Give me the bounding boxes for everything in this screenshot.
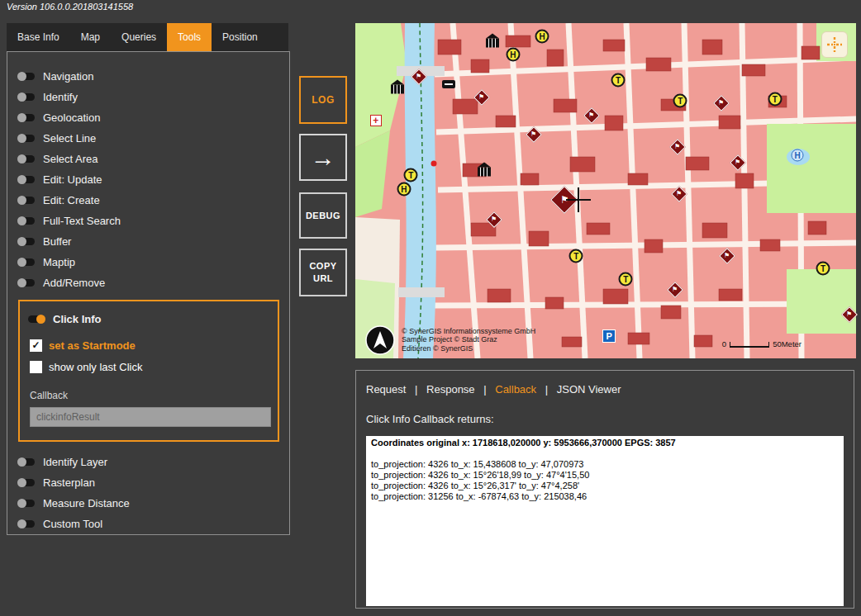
tool-label: Add/Remove	[43, 277, 105, 289]
tool-label: Edit: Update	[43, 173, 102, 186]
tab-map[interactable]: Map	[70, 23, 111, 51]
map-attribution: © SynerGIS Informationssysteme GmbH Samp…	[402, 327, 535, 353]
museum-flag-marker	[486, 211, 502, 228]
lastclick-checkbox-row[interactable]: show only last Click	[26, 358, 269, 376]
tab-base-info[interactable]: Base Info	[7, 23, 70, 51]
museum-building-icon	[486, 38, 499, 47]
transit-stop-marker: T	[619, 272, 633, 287]
north-compass-logo	[365, 325, 395, 355]
tool-label: Custom Tool	[43, 518, 102, 530]
tool-item-buffer[interactable]: Buffer	[7, 231, 289, 252]
arrow-icon: →	[311, 144, 336, 172]
result-tab-response[interactable]: Response	[426, 383, 475, 396]
output-line: to_projection: 4326 to_x: 15°26'18,99 to…	[371, 470, 839, 481]
tab-tools[interactable]: Tools	[167, 23, 212, 51]
tool-item-navigation[interactable]: Navigation	[7, 66, 289, 87]
tool-label: Select Line	[43, 132, 96, 145]
callback-input[interactable]	[30, 407, 271, 427]
toggle-switch[interactable]	[18, 114, 35, 121]
tool-label: Rasterplan	[43, 476, 95, 489]
museum-building-icon	[478, 167, 491, 176]
debug-button[interactable]: DEBUG	[299, 192, 347, 239]
separator: |	[545, 383, 548, 396]
transit-stop-marker: H	[535, 29, 549, 43]
toggle-switch[interactable]	[18, 155, 35, 163]
tool-item-identify-layer[interactable]: Identify Layer	[7, 452, 289, 472]
result-tab-request[interactable]: Request	[366, 383, 406, 396]
copy-url-button[interactable]: COPY URL	[299, 249, 347, 296]
toggle-switch[interactable]	[18, 135, 35, 142]
result-tab-callback[interactable]: Callback	[495, 383, 536, 396]
toggle-switch[interactable]	[18, 73, 35, 80]
tool-item-edit-create[interactable]: Edit: Create	[7, 190, 289, 211]
lastclick-checkbox[interactable]	[30, 361, 42, 373]
attribution-line: © SynerGIS Informationssysteme GmbH	[402, 327, 535, 336]
attribution-line: Editieren © SynerGIS	[402, 344, 535, 353]
run-arrow-button[interactable]: →	[299, 134, 347, 181]
point-marker	[431, 161, 437, 167]
museum-flag-marker	[730, 154, 746, 171]
toggle-switch[interactable]	[18, 217, 35, 225]
toggle-switch[interactable]	[18, 258, 35, 266]
toggle-switch[interactable]	[18, 93, 35, 101]
startmode-checkbox[interactable]	[30, 339, 42, 352]
tool-item-full-text-search[interactable]: Full-Text Search	[7, 211, 289, 231]
startmode-label: set as Startmode	[49, 339, 136, 352]
toggle-switch[interactable]	[18, 479, 35, 486]
version-label: Version 106.0.0.201803141558	[7, 2, 133, 12]
transit-stop-marker: T	[569, 249, 583, 263]
result-tab-json-viewer[interactable]: JSON Viewer	[557, 383, 621, 396]
transit-stop-marker: H	[397, 182, 411, 196]
callback-label: Callback	[30, 390, 269, 401]
click-info-panel: Click Info set as Startmode show only la…	[18, 300, 279, 442]
tool-label: Identify	[43, 91, 78, 103]
toggle-switch[interactable]	[18, 197, 35, 204]
tool-item-edit-update[interactable]: Edit: Update	[7, 169, 289, 190]
toggle-switch[interactable]	[18, 500, 35, 507]
tool-item-add-remove[interactable]: Add/Remove	[7, 272, 289, 293]
click-crosshair	[566, 187, 591, 212]
log-button[interactable]: LOG	[299, 76, 347, 124]
tool-item-rasterplan[interactable]: Rasterplan	[7, 472, 289, 493]
separator: |	[483, 383, 486, 396]
tool-item-identify[interactable]: Identify	[7, 87, 289, 107]
toggle-switch[interactable]	[18, 520, 35, 528]
transit-stop-marker: T	[673, 94, 687, 108]
scale-line	[730, 342, 769, 348]
toggle-switch[interactable]	[18, 238, 35, 245]
tool-label: Select Area	[43, 153, 98, 165]
tool-item-maptip[interactable]: Maptip	[7, 252, 289, 272]
tool-item-select-area[interactable]: Select Area	[7, 149, 289, 169]
museum-flag-marker	[713, 95, 730, 111]
tool-item-select-line[interactable]: Select Line	[7, 128, 289, 149]
tool-label: Navigation	[43, 70, 93, 83]
tool-label: Maptip	[43, 256, 75, 268]
separator: |	[415, 383, 417, 396]
museum-building-icon	[391, 84, 404, 93]
tab-queries[interactable]: Queries	[111, 23, 167, 51]
map-viewport[interactable]: HHTTTTHTTTHP © SynerGIS Informationssyst…	[355, 23, 856, 358]
output-line: to_projection: 4326 to_x: 15,438608 to_y…	[371, 459, 839, 470]
tool-item-click-info[interactable]: Click Info	[26, 310, 269, 328]
tool-label: Buffer	[43, 235, 71, 248]
transit-stop-marker: T	[404, 168, 418, 182]
output-blank-line	[371, 448, 839, 459]
scale-end-label: 50Meter	[773, 339, 802, 348]
toggle-switch[interactable]	[28, 315, 45, 323]
tool-label: Click Info	[53, 313, 102, 325]
tab-position[interactable]: Position	[212, 23, 269, 51]
startmode-checkbox-row[interactable]: set as Startmode	[26, 337, 269, 354]
toggle-switch[interactable]	[18, 458, 35, 466]
info-sign-icon	[442, 80, 455, 88]
recenter-crosshair-button[interactable]	[821, 31, 848, 58]
toggle-switch[interactable]	[18, 279, 35, 287]
tool-item-custom-tool[interactable]: Custom Tool	[7, 514, 289, 534]
main-tab-bar: Base Info Map Queries Tools Position	[7, 23, 288, 51]
transit-stop-marker: T	[768, 92, 782, 107]
tool-item-geolocation[interactable]: Geolocation	[7, 107, 289, 128]
tool-label: Edit: Create	[43, 194, 100, 206]
museum-flag-marker	[583, 107, 600, 124]
toggle-switch[interactable]	[18, 176, 35, 183]
museum-flag-marker	[671, 186, 687, 202]
tool-item-measure-distance[interactable]: Measure Distance	[7, 493, 289, 514]
